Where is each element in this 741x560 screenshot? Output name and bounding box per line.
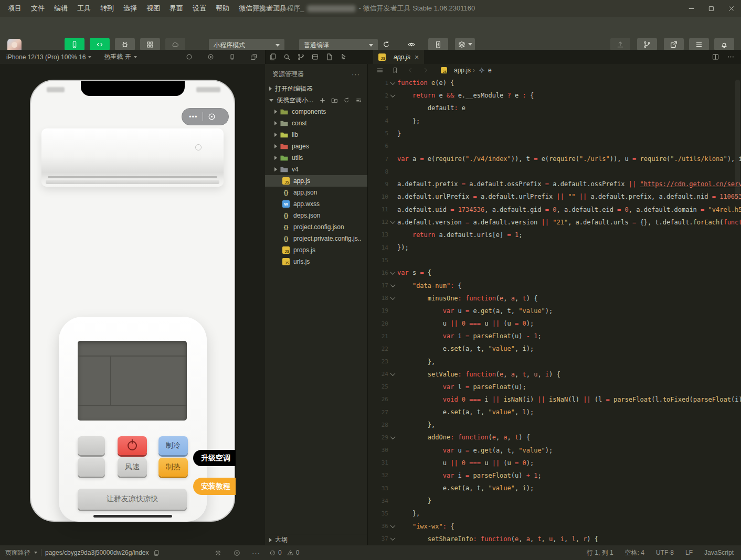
capsule-more-icon[interactable]: ••• [189, 113, 198, 121]
breadcrumb-symbol[interactable]: e [488, 67, 492, 74]
fan-speed-button[interactable]: 风速 [118, 458, 147, 477]
code-line-19[interactable]: 19 var u = e.get(a, t, "value"); [368, 305, 741, 317]
code-line-24[interactable]: 24 setValue: function(e, a, t, u, i) { [368, 368, 741, 381]
file-tree-item-urls.js[interactable]: JSurls.js [265, 256, 367, 267]
remote-blank-button-1[interactable] [78, 436, 105, 455]
code-line-12[interactable]: 12a.default.version = a.default.version … [368, 216, 741, 229]
preview-window-icon[interactable] [311, 53, 319, 61]
code-line-21[interactable]: 21 var i = parseFloat(u) - 1; [368, 330, 741, 342]
refresh-explorer-icon[interactable] [343, 97, 350, 104]
code-line-23[interactable]: 23 }, [368, 355, 741, 368]
device-select[interactable]: iPhone 12/13 (Pro) 100% 16 [6, 53, 91, 61]
menu-item-界面[interactable]: 界面 [165, 0, 188, 17]
nav-forward-icon[interactable] [422, 67, 429, 74]
menu-item-视图[interactable]: 视图 [142, 0, 165, 17]
file-tree-item-utils[interactable]: utils [265, 152, 367, 164]
status-segment[interactable]: UTF-8 [656, 549, 674, 556]
fold-chevron-icon[interactable] [388, 271, 397, 275]
code-line-9[interactable]: 9a.default.prefix = a.default.ossPrefix … [368, 178, 741, 190]
fold-chevron-icon[interactable] [388, 372, 397, 376]
split-editor-icon[interactable] [712, 53, 719, 61]
outline-list-icon[interactable] [376, 67, 384, 74]
cool-button[interactable]: 制冷 [158, 436, 188, 455]
heat-button[interactable]: 制热 [158, 458, 188, 477]
code-line-17[interactable]: 17 "data-num": { [368, 279, 741, 292]
code-line-3[interactable]: 3 default: e [368, 102, 741, 114]
wechat-capsule[interactable]: ••• [182, 108, 229, 125]
hand-pointer-icon[interactable] [340, 53, 347, 61]
record-icon[interactable] [207, 53, 215, 61]
share-wide-button[interactable]: 让群友凉快凉快 [78, 489, 187, 510]
code-line-13[interactable]: 13 return a.default.urls[e] = 1; [368, 229, 741, 241]
file-tree-item-app.wxss[interactable]: Wapp.wxss [265, 198, 367, 210]
code-line-8[interactable]: 8 [368, 165, 741, 178]
search-icon[interactable] [283, 53, 291, 61]
file-tree-item-components[interactable]: components [265, 106, 367, 117]
file-tree-item-lib[interactable]: lib [265, 129, 367, 141]
more-icon[interactable]: ··· [252, 549, 260, 557]
code-line-35[interactable]: 35 }, [368, 507, 741, 520]
fold-chevron-icon[interactable] [388, 296, 397, 300]
fold-chevron-icon[interactable] [388, 537, 397, 541]
menu-item-转到[interactable]: 转到 [96, 0, 119, 17]
menu-item-项目[interactable]: 项目 [3, 0, 26, 17]
file-tree-item-app.js[interactable]: JSapp.js [265, 175, 367, 187]
menu-item-文件[interactable]: 文件 [26, 0, 49, 17]
code-line-6[interactable]: 6 [368, 140, 741, 153]
page-path-label[interactable]: 页面路径 [5, 548, 30, 557]
code-line-29[interactable]: 29 addOne: function(e, a, t) { [368, 431, 741, 444]
code-line-2[interactable]: 2 return e && e.__esModule ? e : { [368, 89, 741, 102]
ring-icon[interactable] [185, 53, 193, 61]
open-editors-section[interactable]: 打开的编辑器 [265, 83, 367, 94]
file-tree-item-project.private.config.js..[interactable]: {}project.private.config.js.. [265, 233, 367, 244]
maximize-button[interactable] [701, 0, 721, 17]
code-line-25[interactable]: 25 var l = parseFloat(u); [368, 381, 741, 393]
file-tree-item-const[interactable]: const [265, 117, 367, 129]
more-actions-icon[interactable] [727, 53, 735, 61]
status-segment[interactable]: 行 1, 列 1 [587, 548, 613, 557]
power-button[interactable] [118, 436, 147, 455]
status-segment[interactable]: JavaScript [704, 549, 734, 556]
code-line-20[interactable]: 20 u || 0 === u || (u = 0); [368, 317, 741, 330]
fold-chevron-icon[interactable] [388, 94, 397, 98]
code-line-7[interactable]: 7var a = e(require("./v4/index")), t = e… [368, 153, 741, 165]
tab-appjs[interactable]: JS app.js × [373, 50, 424, 64]
code-line-11[interactable]: 11a.default.uid = 1734536, a.default.gid… [368, 203, 741, 216]
copy-path-icon[interactable] [153, 550, 160, 556]
status-segment[interactable]: LF [685, 549, 693, 556]
code-line-5[interactable]: 5} [368, 127, 741, 140]
close-button[interactable] [721, 0, 741, 17]
new-file-icon[interactable] [319, 97, 326, 104]
code-line-15[interactable]: 15 [368, 254, 741, 266]
menu-item-选择[interactable]: 选择 [119, 0, 142, 17]
code-line-14[interactable]: 14}); [368, 241, 741, 254]
code-line-34[interactable]: 34 } [368, 494, 741, 507]
code-line-33[interactable]: 33 e.set(a, t, "value", i); [368, 482, 741, 494]
explorer-more-icon[interactable]: ··· [352, 70, 360, 78]
file-tree-item-deps.json[interactable]: {}deps.json [265, 210, 367, 221]
fold-chevron-icon[interactable] [388, 436, 397, 439]
file-doc-icon[interactable] [325, 53, 333, 61]
file-tree-item-v4[interactable]: v4 [265, 164, 367, 175]
file-tree-item-props.js[interactable]: JSprops.js [265, 244, 367, 256]
status-segment[interactable]: 空格: 4 [625, 548, 644, 557]
minimize-button[interactable] [681, 0, 701, 17]
rotate-device-icon[interactable] [228, 53, 236, 61]
fold-chevron-icon[interactable] [388, 524, 397, 528]
hot-reload-toggle[interactable]: 热重载 开 [104, 52, 136, 61]
code-line-30[interactable]: 30 var u = e.get(a, t, "value"); [368, 444, 741, 457]
code-line-31[interactable]: 31 u || 0 === u || (u = 0); [368, 457, 741, 469]
compile-gear-icon[interactable] [214, 549, 222, 557]
preview-eye-icon[interactable] [233, 549, 241, 557]
code-line-37[interactable]: 37 setShareInfo: function(e, a, t, u, i,… [368, 533, 741, 545]
code-line-16[interactable]: 16var s = { [368, 266, 741, 279]
menu-item-帮助[interactable]: 帮助 [211, 0, 234, 17]
code-line-27[interactable]: 27 e.set(a, t, "value", l); [368, 406, 741, 418]
fold-chevron-icon[interactable] [388, 220, 397, 224]
problems-indicator[interactable]: 0 0 [269, 545, 299, 560]
nav-back-icon[interactable] [407, 67, 414, 74]
scrollbar[interactable] [735, 80, 740, 200]
new-folder-icon[interactable] [331, 97, 338, 104]
code-line-36[interactable]: 36 "iwx-wx": { [368, 520, 741, 532]
tab-close-icon[interactable]: × [415, 53, 419, 61]
